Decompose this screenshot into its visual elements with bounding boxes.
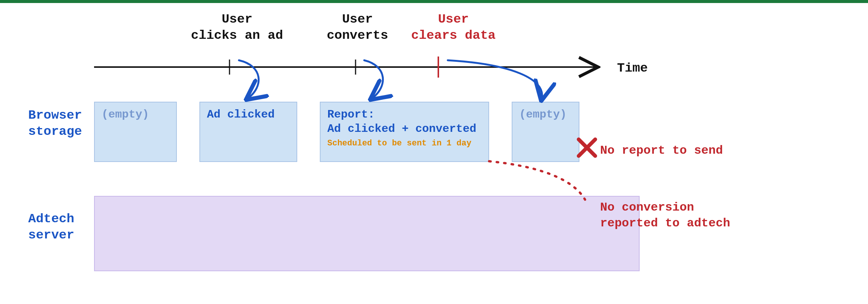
storage-state-text: Ad clicked [207, 108, 290, 122]
row-label-browser-storage: Browser storage [28, 107, 82, 139]
storage-state-subtext: Scheduled to be sent in 1 day [327, 138, 482, 149]
storage-state-text: (empty) [519, 108, 572, 122]
storage-state-text: (empty) [102, 108, 169, 122]
adtech-server-row [94, 196, 640, 271]
storage-state-ad-clicked: Ad clicked [199, 102, 297, 162]
arrow-clear-to-storage [448, 60, 542, 98]
event-label-clear: User clears data [404, 11, 502, 43]
row-label-adtech-server: Adtech server [28, 211, 74, 243]
diagram-stage: User clicks an ad User converts User cle… [0, 0, 868, 304]
storage-state-empty-after-clear: (empty) [512, 102, 579, 162]
storage-state-empty-initial: (empty) [94, 102, 177, 162]
arrow-convert-to-storage [364, 60, 383, 98]
storage-state-text: Report: Ad clicked + converted [327, 108, 482, 136]
note-no-conversion: No conversion reported to adtech [600, 200, 730, 231]
event-label-convert: User converts [318, 11, 397, 43]
storage-state-report: Report: Ad clicked + converted Scheduled… [320, 102, 489, 162]
failed-send-path [489, 161, 585, 200]
event-label-click: User clicks an ad [184, 11, 290, 43]
axis-label-time: Time [617, 60, 648, 76]
top-accent-bar [0, 0, 868, 3]
note-no-report: No report to send [600, 143, 723, 158]
arrow-click-to-storage [239, 60, 258, 98]
error-x-icon [579, 139, 595, 156]
